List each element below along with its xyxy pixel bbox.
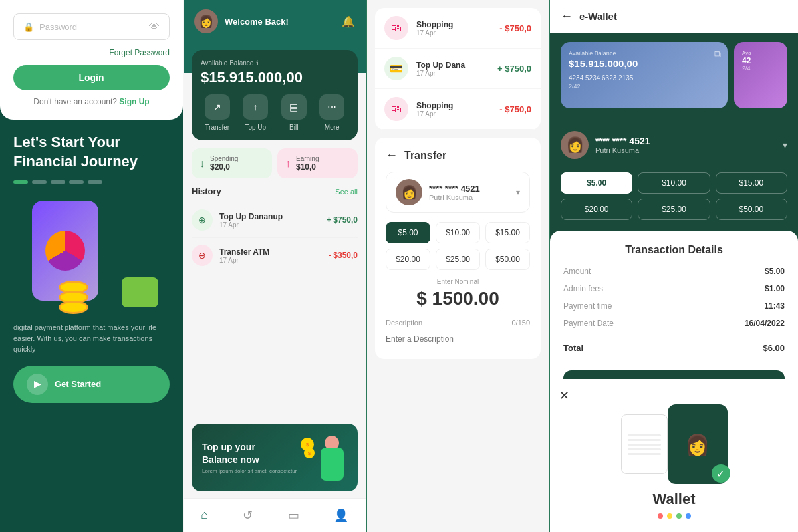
transfer-label: Transfer <box>205 124 229 131</box>
wallet-nav-icon[interactable]: ▭ <box>285 505 302 525</box>
ewallet-back-button[interactable]: ← <box>561 9 573 23</box>
info-icon: ℹ <box>256 59 259 66</box>
eye-icon[interactable]: 👁 <box>149 21 160 33</box>
promo-figure: $ $ <box>301 434 347 481</box>
tagline-text: digital payment platform that makes your… <box>13 322 170 355</box>
transfer-title: Transfer <box>404 150 446 162</box>
password-field[interactable]: 🔒 Password 👁 <box>13 13 170 40</box>
close-icon[interactable]: ✕ <box>559 388 569 403</box>
card-number-2: 42 <box>742 56 779 65</box>
promo-text: Top up your Balance now <box>202 441 289 465</box>
action-buttons: ↗ Transfer ↑ Top Up ▤ Bill ⋯ More <box>201 94 348 131</box>
topup-icon: ↑ <box>243 94 268 120</box>
dot-2 <box>51 180 65 184</box>
figure-body <box>321 448 344 481</box>
more-label: More <box>325 124 340 131</box>
signup-link[interactable]: Sign Up <box>119 97 149 106</box>
receipt-line-1 <box>628 434 661 436</box>
history-item-2: ⊖ Transfer ATM 17 Apr - $350,0 <box>192 238 358 273</box>
receipt-graphic <box>621 414 668 474</box>
wallet-indicator-dots <box>658 513 691 519</box>
transfer-button[interactable]: ↗ Transfer <box>205 94 230 131</box>
history-header: History See all <box>192 186 358 196</box>
recipient-chevron-icon[interactable]: ▾ <box>783 140 787 150</box>
home-nav-icon[interactable]: ⌂ <box>198 505 211 525</box>
profile-nav-icon[interactable]: 👤 <box>331 505 351 525</box>
transfer-icon: ↗ <box>205 94 230 120</box>
trans-name-2: Top Up Dana <box>416 61 465 70</box>
coins-graphic <box>59 281 105 314</box>
hist-name-1: Top Up Dananup <box>219 212 283 221</box>
top-amount-15[interactable]: $15.00 <box>716 172 787 194</box>
no-account-text: Don't have an account? <box>33 97 117 106</box>
top-amount-10[interactable]: $10.00 <box>638 172 710 194</box>
amount-10[interactable]: $10.00 <box>436 222 480 243</box>
balance-label: Available Balance ℹ <box>201 59 348 66</box>
td-date-value: 16/04/2022 <box>745 319 785 328</box>
ewallet-title: e-Wallet <box>579 11 617 22</box>
td-title: Transaction Details <box>563 244 785 256</box>
transfer-panel: ← Transfer 👩 **** **** 4521 Putri Kusuma… <box>375 138 541 359</box>
recipient-selector[interactable]: 👩 **** **** 4521 Putri Kusuma ▾ <box>386 172 530 213</box>
top-amount-grid: $5.00 $10.00 $15.00 $20.00 $25.00 $50.00 <box>550 166 798 227</box>
balance-card: Available Balance ℹ $15.915.000,00 ↗ Tra… <box>192 50 358 140</box>
top-amount-50[interactable]: $50.00 <box>716 199 787 220</box>
password-placeholder: Password <box>39 22 77 32</box>
spending-card: ↓ Spending $20,0 <box>192 148 272 178</box>
app-illustration <box>19 194 165 314</box>
amount-15[interactable]: $15.00 <box>485 222 530 243</box>
dot-active <box>13 180 28 184</box>
card-amount-1: $15.915.000,00 <box>569 58 720 69</box>
pagination-dots <box>13 180 170 184</box>
shopping-icon-1: 🛍 <box>384 16 408 40</box>
amount-5[interactable]: $5.00 <box>386 222 430 243</box>
copy-icon[interactable]: ⧉ <box>714 49 721 60</box>
login-button[interactable]: Login <box>13 65 170 90</box>
td-admin-value: $1.00 <box>765 284 785 293</box>
amount-25[interactable]: $25.00 <box>436 249 480 270</box>
see-all-link[interactable]: See all <box>335 188 358 196</box>
promo-banner[interactable]: Top up your Balance now Lorem ipsum dolo… <box>192 424 358 491</box>
promo-sub: Lorem ipsum dolor sit amet, consectetur <box>202 468 297 474</box>
notification-icon[interactable]: 🔔 <box>342 15 355 28</box>
bill-icon: ▤ <box>281 94 307 120</box>
top-amount-25[interactable]: $25.00 <box>638 199 710 220</box>
earning-card: ↑ Earning $10,0 <box>277 148 358 178</box>
history-section: History See all ⊕ Top Up Dananup 17 Apr … <box>184 186 366 417</box>
amount-20[interactable]: $20.00 <box>386 249 430 270</box>
shopping-icon-3: 🛍 <box>384 97 408 121</box>
amount-50[interactable]: $50.00 <box>485 249 530 270</box>
earning-amount: $10,0 <box>296 162 319 172</box>
td-amount-value: $5.00 <box>765 267 785 276</box>
dot-4 <box>88 180 102 184</box>
recipient-name-lg: Putri Kusuma <box>595 146 650 154</box>
history-nav-icon[interactable]: ↺ <box>240 505 255 525</box>
recipient-card-num-lg: **** **** 4521 <box>595 136 650 146</box>
receipt-line-4 <box>628 448 661 450</box>
trans-date-1: 17 Apr <box>416 29 453 37</box>
trans-item-2: 💳 Top Up Dana 17 Apr + $750,0 <box>375 49 541 89</box>
card-info-1: 2/42 <box>569 83 720 90</box>
more-button[interactable]: ⋯ More <box>319 94 344 131</box>
topup-button[interactable]: ↑ Top Up <box>243 94 268 131</box>
spending-amount: $20,0 <box>210 162 238 172</box>
forgot-password-link[interactable]: Forget Password <box>13 48 170 57</box>
bill-button[interactable]: ▤ Bill <box>281 94 307 131</box>
card-bal-label-2: Ava <box>742 50 779 56</box>
trans-date-3: 17 Apr <box>416 110 453 118</box>
description-input[interactable] <box>386 331 530 348</box>
trans-amount-2: + $750,0 <box>497 64 531 74</box>
login-form: 🔒 Password 👁 Forget Password Login Don't… <box>0 0 183 120</box>
trans-name-1: Shopping <box>416 20 453 29</box>
top-amount-5[interactable]: $5.00 <box>561 172 632 194</box>
wallet-dot-2 <box>667 513 672 519</box>
credit-card-2[interactable]: Ava 42 2/4 <box>734 42 787 108</box>
get-started-button[interactable]: ▶ Get Started <box>13 366 170 403</box>
td-amount-label: Amount <box>563 267 591 276</box>
top-amount-20[interactable]: $20.00 <box>561 199 632 220</box>
coin-float-2: $ <box>304 448 315 458</box>
wallet-label: Wallet <box>653 491 696 508</box>
hist-date-2: 17 Apr <box>219 257 269 264</box>
credit-card-1[interactable]: ⧉ Available Balance $15.915.000,00 4234 … <box>561 42 728 108</box>
back-button[interactable]: ← <box>386 148 398 162</box>
